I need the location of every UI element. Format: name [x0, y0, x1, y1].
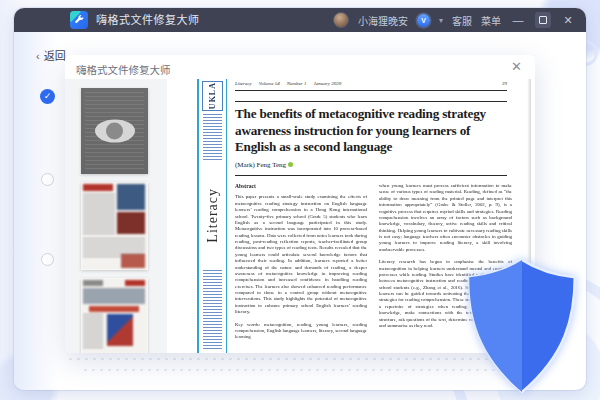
- journal-number: Number 1: [287, 81, 307, 86]
- chevron-down-icon[interactable]: ▾: [439, 16, 443, 25]
- close-window-button[interactable]: ✕: [560, 14, 576, 27]
- texture-dots-2: [84, 369, 514, 371]
- wrench-icon: [73, 14, 85, 26]
- paper-author: (Mark) Feng Teng: [235, 161, 293, 169]
- body-paragraph-2: Literacy research has begun to emphasise…: [379, 259, 512, 329]
- orcid-icon: [288, 162, 293, 167]
- preview-modal: 嗨格式文件修复大师 ✕: [65, 55, 535, 353]
- username[interactable]: 小海狸晚安: [358, 13, 408, 28]
- page-thumbnail-1[interactable]: [81, 88, 148, 174]
- back-button[interactable]: ‹返回: [36, 47, 66, 63]
- body-column: when young learners must process suffici…: [379, 183, 512, 353]
- checkbox-unchecked-2[interactable]: [41, 253, 54, 266]
- keywords-text: Key words: metacognition, reading, young…: [235, 322, 367, 341]
- abstract-column: Abstract This paper presents a small-sca…: [235, 183, 367, 353]
- abstract-heading: Abstract: [235, 183, 367, 190]
- titlebar[interactable]: 嗨格式文件修复大师 小海狸晚安 V ▾ 客服 菜单 — ✕: [14, 8, 586, 32]
- maximize-icon: [539, 16, 547, 24]
- checkbox-checked[interactable]: ✓: [40, 89, 55, 104]
- page-number: 29: [502, 81, 507, 86]
- spine-stripes-bottom: [203, 270, 222, 350]
- spine-stripes-top: [203, 114, 222, 160]
- checkbox-unchecked-1[interactable]: [41, 173, 54, 186]
- journal-spine: UKLA Literacy: [197, 79, 227, 353]
- back-label: 返回: [44, 50, 66, 62]
- back-chevron-icon: ‹: [36, 50, 40, 62]
- spine-journal-name: Literacy: [199, 163, 226, 267]
- menu-link[interactable]: 菜单: [481, 13, 501, 28]
- journal-volume: Volume 54: [259, 81, 280, 86]
- page-thumbnail-2[interactable]: [81, 182, 148, 270]
- ukla-logo: UKLA: [202, 81, 223, 111]
- modal-title: 嗨格式文件修复大师: [76, 62, 171, 77]
- journal-header: Literacy Volume 54 Number 1 January 2020…: [235, 81, 507, 86]
- app-window: 嗨格式文件修复大师 小海狸晚安 V ▾ 客服 菜单 — ✕ ‹返回 ✓ 嗨格式文…: [14, 8, 586, 390]
- journal-date: January 2020: [314, 81, 342, 86]
- journal-name: Literacy: [235, 81, 252, 86]
- modal-close-icon[interactable]: ✕: [511, 59, 522, 74]
- document-page: UKLA Literacy Literacy Volume 54 Number …: [167, 79, 531, 353]
- thumbnail-panel: [65, 79, 167, 353]
- preview-eye-icon: [95, 120, 135, 143]
- user-avatar[interactable]: [333, 12, 349, 28]
- vip-badge-icon[interactable]: V: [417, 14, 430, 27]
- left-rail: [14, 32, 58, 390]
- maximize-button[interactable]: [535, 12, 551, 28]
- support-link[interactable]: 客服: [452, 13, 472, 28]
- minimize-button[interactable]: —: [510, 14, 526, 26]
- paper-title: The benefits of metacognitive reading st…: [235, 106, 509, 156]
- app-logo-icon: [70, 11, 88, 29]
- abstract-text: This paper presents a small-scale study …: [235, 194, 367, 315]
- body-paragraph-1: when young learners must process suffici…: [379, 183, 512, 253]
- app-title: 嗨格式文件修复大师: [96, 8, 200, 32]
- page-thumbnail-3[interactable]: [81, 278, 148, 353]
- texture-dots-1: [69, 358, 524, 360]
- page-edge: [527, 79, 531, 353]
